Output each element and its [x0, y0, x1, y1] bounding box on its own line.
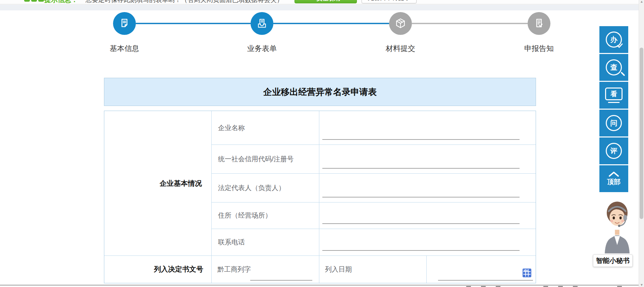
step-circle-business-form[interactable] — [251, 12, 273, 35]
phone-input[interactable] — [322, 250, 520, 251]
scrollbar-track[interactable]: ▲ ▼ — [639, 0, 644, 287]
back-to-top-label: 顶部 — [607, 177, 621, 186]
monitor-icon: 看 — [605, 88, 623, 103]
next-section-divider — [0, 285, 639, 286]
sidebar-button-ask[interactable]: 问 — [599, 110, 628, 136]
package-icon — [393, 16, 408, 31]
step-connector-1-2 — [136, 23, 251, 24]
review-icon: 评 — [606, 143, 622, 159]
safe-save-button[interactable]: ✎安全保存 — [294, 0, 357, 3]
sidebar-button-process[interactable]: 办 — [599, 26, 628, 53]
assistant-label[interactable]: 智能小秘书 — [593, 254, 633, 267]
doc-prefix-label: 黔工商列字 — [217, 265, 251, 274]
assistant-avatar[interactable] — [603, 196, 631, 253]
legal-rep-input[interactable] — [322, 197, 520, 197]
section-label: 企业基本情况 — [160, 179, 202, 188]
process-check-icon: 办 — [606, 32, 622, 48]
scroll-up-arrow-icon[interactable]: ▲ — [639, 0, 644, 3]
back-to-top-button[interactable]: 顶部 — [599, 165, 628, 192]
scrollbar-thumb[interactable] — [640, 48, 643, 219]
section-cell: 企业基本情况 — [104, 111, 211, 255]
listing-date-label: 列入日期 — [325, 265, 352, 274]
field-label-credit-code: 统一社会信用代码/注册号 — [218, 155, 294, 164]
listing-date-input[interactable] — [438, 280, 533, 281]
field-label-cell: 联系电话 — [211, 229, 319, 255]
step-circle-material-submit[interactable] — [389, 12, 412, 35]
field-label-cell: 法定代表人（负责人） — [211, 173, 319, 202]
decision-label-cell: 列入决定书文号 — [104, 255, 211, 283]
field-label-cell: 住所（经营场所） — [211, 202, 319, 229]
step-label-business-form[interactable]: 业务表单 — [228, 44, 296, 54]
field-label-cell: 企业名称 — [211, 111, 319, 145]
notification-bar: 提示信息： 您要定时保存此刻填写的表单哟！（否则关闭页面后已填数据将丢失） ✎安… — [0, 0, 639, 4]
form-title: 企业移出经营异常名录申请表 — [263, 86, 377, 98]
doc-number-input[interactable] — [250, 280, 312, 281]
speech-bubble-icon: 问 — [606, 115, 622, 131]
sidebar-button-search[interactable]: 查 — [599, 54, 628, 81]
address-input[interactable] — [322, 223, 520, 224]
notification-brand: 提示信息： — [44, 0, 78, 4]
page-gap-strip — [0, 5, 639, 10]
field-label-address: 住所（经营场所） — [218, 211, 272, 220]
step-circle-declaration-notice[interactable] — [528, 12, 550, 35]
step-connector-2-3 — [273, 23, 389, 24]
doc-prefix-cell: 黔工商列字 — [211, 255, 319, 283]
step-label-basic-info[interactable]: 基本信息 — [91, 44, 158, 54]
notification-message: 您要定时保存此刻填写的表单哟！（否则关闭页面后已填数据将丢失） — [86, 0, 283, 4]
chevron-up-icon — [608, 171, 619, 177]
scroll-down-arrow-icon[interactable]: ▼ — [639, 283, 644, 287]
enterprise-name-input[interactable] — [322, 139, 520, 140]
step-label-material-submit[interactable]: 材料提交 — [367, 44, 434, 54]
step-circle-basic-info[interactable] — [113, 12, 136, 35]
step-label-declaration-notice[interactable]: 申报告知 — [505, 44, 573, 54]
field-label-cell: 统一社会信用代码/注册号 — [211, 145, 319, 173]
sidebar-button-review[interactable]: 评 — [599, 137, 628, 164]
listing-date-label-cell: 列入日期 — [319, 255, 426, 283]
field-label-phone: 联系电话 — [218, 238, 245, 247]
field-label-enterprise-name: 企业名称 — [218, 123, 245, 132]
table-gridline — [426, 255, 427, 283]
calendar-icon[interactable] — [523, 269, 531, 277]
document-icon — [118, 17, 131, 30]
pencil-icon: ✎ — [310, 0, 314, 1]
document-check-icon — [532, 17, 546, 30]
credit-code-input[interactable] — [322, 168, 520, 169]
form-title-bar: 企业移出经营异常名录申请表 — [104, 78, 536, 106]
field-label-legal-rep: 法定代表人（负责人） — [218, 183, 285, 192]
dismiss-button[interactable]: 此窗口不再提示 — [362, 0, 417, 3]
brand-icon — [24, 0, 44, 2]
search-icon: 查 — [606, 59, 622, 75]
sidebar-button-view[interactable]: 看 — [599, 82, 628, 109]
decision-doc-label: 列入决定书文号 — [154, 265, 203, 274]
step-connector-3-4 — [412, 23, 528, 24]
form-icon — [255, 17, 269, 30]
application-table: 企业基本情况 企业名称 统一社会信用代码/注册号 法定代表人（负责人） 住所（经… — [104, 111, 536, 283]
